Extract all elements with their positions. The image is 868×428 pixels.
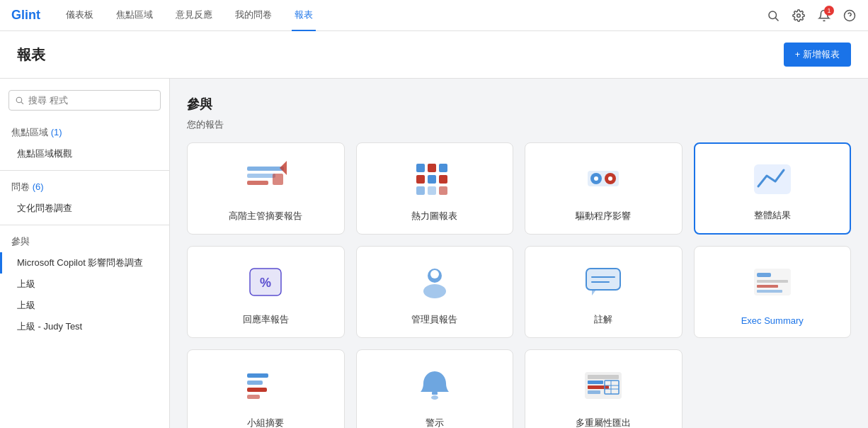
- sidebar-section-focus: 焦點區域 (1): [0, 122, 169, 143]
- svg-point-25: [608, 176, 612, 181]
- sidebar-search-container[interactable]: [8, 90, 161, 111]
- nav-icons: 1: [766, 9, 857, 23]
- svg-rect-18: [416, 186, 425, 195]
- svg-rect-50: [588, 375, 619, 379]
- notification-badge: 1: [824, 6, 834, 16]
- nav-item-dashboard[interactable]: 儀表板: [63, 0, 96, 31]
- logo: Glint: [11, 8, 40, 23]
- page-title: 報表: [17, 45, 45, 64]
- sidebar-item-culture-survey[interactable]: 文化問卷調查: [0, 198, 169, 219]
- nav-item-feedback[interactable]: 意見反應: [173, 0, 215, 31]
- help-icon[interactable]: [843, 9, 857, 23]
- svg-rect-14: [439, 164, 447, 172]
- overall-icon: [751, 158, 794, 201]
- svg-rect-45: [247, 388, 267, 392]
- sidebar-item-judy[interactable]: 上級 - Judy Test: [0, 316, 169, 337]
- nav-item-focus[interactable]: 焦點區域: [113, 0, 156, 31]
- svg-rect-52: [588, 385, 609, 389]
- report-card-exec-summary[interactable]: Exec Summary: [694, 246, 852, 338]
- svg-point-48: [431, 395, 438, 400]
- svg-rect-16: [428, 175, 436, 184]
- report-card-driver[interactable]: 驅動程序影響: [525, 142, 683, 235]
- page-header: 報表 + 新增報表: [0, 31, 868, 79]
- report-label-response: 回應率報告: [243, 313, 289, 326]
- report-label-comments: 註解: [594, 313, 612, 326]
- main-content: 參與 您的報告 高階主管摘要報告: [170, 79, 868, 428]
- report-card-heatmap[interactable]: 熱力圖報表: [356, 142, 514, 235]
- comments-icon: [582, 261, 624, 303]
- multiattr-icon: [582, 364, 624, 407]
- svg-rect-9: [247, 181, 268, 185]
- svg-point-31: [430, 270, 439, 278]
- report-label-heatmap: 熱力圖報表: [411, 210, 457, 223]
- exec-summary-icon: [751, 261, 794, 303]
- nav-item-reports[interactable]: 報表: [292, 0, 316, 31]
- svg-line-1: [775, 18, 778, 21]
- sidebar-item-focus-overview[interactable]: 焦點區域概觀: [0, 143, 169, 164]
- svg-point-32: [423, 284, 446, 298]
- svg-rect-40: [757, 280, 788, 283]
- svg-rect-41: [757, 285, 778, 288]
- svg-line-6: [21, 102, 23, 104]
- report-card-comments[interactable]: 註解: [525, 246, 683, 338]
- report-label-manager: 管理員報告: [411, 313, 457, 326]
- svg-point-0: [769, 11, 777, 19]
- svg-marker-10: [280, 161, 287, 175]
- svg-rect-44: [247, 381, 263, 385]
- alerts-icon: [413, 364, 456, 407]
- report-label-exec-summary: Exec Summary: [741, 315, 804, 326]
- svg-point-5: [16, 97, 22, 103]
- svg-point-2: [797, 13, 801, 17]
- report-label-overall: 整體結果: [754, 209, 791, 222]
- svg-marker-35: [592, 290, 596, 295]
- sidebar-item-manager1[interactable]: 上級: [0, 274, 169, 295]
- notifications-icon[interactable]: 1: [817, 9, 831, 23]
- sidebar-search-icon: [15, 96, 24, 105]
- svg-rect-13: [428, 164, 436, 172]
- svg-rect-42: [757, 290, 782, 293]
- report-card-response[interactable]: % 回應率報告: [187, 246, 345, 338]
- nav-item-mysurvey[interactable]: 我的問卷: [232, 0, 275, 31]
- report-card-multiattr[interactable]: 多重屬性匯出: [525, 349, 683, 428]
- report-card-executive[interactable]: 高階主管摘要報告: [187, 142, 345, 235]
- svg-rect-33: [586, 269, 620, 290]
- sidebar-item-manager2[interactable]: 上級: [0, 295, 169, 316]
- svg-rect-11: [273, 174, 283, 185]
- search-icon[interactable]: [766, 9, 780, 23]
- svg-rect-43: [247, 373, 268, 378]
- section-title: 參與: [187, 96, 851, 113]
- svg-rect-47: [432, 392, 438, 395]
- svg-rect-39: [757, 273, 771, 277]
- svg-rect-8: [247, 174, 275, 178]
- reports-subtitle: 您的報告: [187, 118, 851, 131]
- response-icon: %: [244, 261, 287, 303]
- driver-icon: [582, 157, 624, 200]
- new-report-button[interactable]: + 新增報表: [784, 43, 851, 67]
- settings-icon[interactable]: [792, 9, 806, 23]
- sidebar-item-copilot[interactable]: Microsoft Copilot 影響問卷調查: [0, 252, 169, 274]
- sidebar-divider-1: [0, 170, 169, 171]
- svg-point-24: [594, 176, 598, 181]
- sidebar-section-engagement: 參與: [0, 231, 169, 252]
- search-input[interactable]: [28, 95, 154, 106]
- reports-grid: 高階主管摘要報告 熱力圖報: [187, 142, 851, 428]
- svg-rect-19: [428, 186, 436, 195]
- svg-rect-12: [416, 164, 425, 172]
- report-card-alerts[interactable]: 警示: [356, 349, 514, 428]
- svg-rect-20: [439, 186, 447, 195]
- sidebar: 焦點區域 (1) 焦點區域概觀 問卷 (6) 文化問卷調查 參與 Microso…: [0, 79, 170, 428]
- report-label-executive: 高階主管摘要報告: [229, 210, 302, 223]
- report-label-alerts: 警示: [426, 417, 444, 428]
- svg-rect-53: [588, 390, 600, 394]
- sidebar-divider-2: [0, 225, 169, 225]
- report-card-overall[interactable]: 整體結果: [694, 142, 852, 235]
- svg-rect-15: [416, 175, 425, 184]
- manager-icon: [413, 261, 456, 303]
- svg-rect-17: [439, 175, 447, 184]
- report-label-multiattr: 多重屬性匯出: [576, 417, 631, 428]
- svg-rect-51: [588, 381, 603, 384]
- heatmap-icon: [413, 157, 456, 200]
- report-card-manager[interactable]: 管理員報告: [356, 246, 514, 338]
- group-icon: [244, 364, 287, 407]
- report-card-group[interactable]: 小組摘要: [187, 349, 345, 428]
